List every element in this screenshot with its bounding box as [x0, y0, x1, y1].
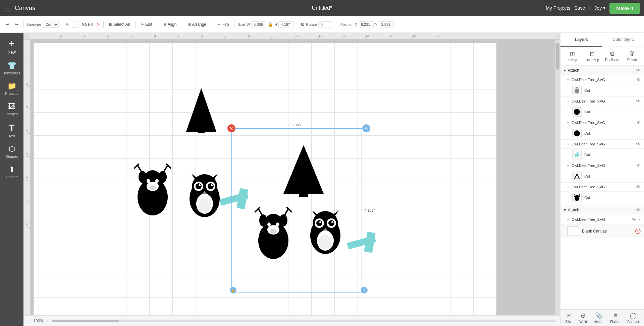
ruler-horizontal: 0 1 2 3 4 5 6 7 8 [30, 33, 555, 40]
blank-canvas-item[interactable]: Blank Canvas 🚫 [560, 224, 644, 238]
layer-item-7[interactable]: ▾ Owl.Deer.Tree_SVG 👁 ▾ [560, 215, 644, 224]
layer-visibility-6[interactable]: 👁 [636, 184, 641, 190]
undo-button[interactable]: ↩ [4, 21, 11, 28]
layer-item-1[interactable]: ▾ Owl.Deer.Tree_SVG 👁 [560, 75, 644, 84]
layer-subitem-6[interactable]: Cut [560, 192, 644, 204]
attach-group-2[interactable]: ▾ Attach 👁 [560, 205, 644, 215]
svg-text:2: 2 [107, 34, 109, 38]
layer-subitem-3[interactable]: Cut [560, 127, 644, 140]
attach-group-visibility-1[interactable]: 👁 [636, 68, 641, 73]
contour-icon: ◯ [630, 312, 637, 319]
layer-subitem-1[interactable]: Cut [560, 84, 644, 97]
rotate-input[interactable] [318, 21, 333, 27]
weld-button[interactable]: ⊕ Weld [578, 311, 588, 325]
select-all-button[interactable]: ⊞ Select All [107, 21, 132, 28]
layer-visibility-3[interactable]: 👁 [636, 120, 641, 125]
layer-item-6[interactable]: ▾ Owl.Deer.Tree_SVG 👁 [560, 183, 644, 192]
layer-visibility-5[interactable]: 👁 [636, 163, 641, 168]
sidebar-text-label: Text [8, 134, 15, 138]
layer-subitem-2[interactable]: Cut [560, 106, 644, 118]
position-x-input[interactable] [359, 21, 374, 27]
scale-selection-handle[interactable]: ↗ [361, 287, 368, 294]
owl-svg-2[interactable] [305, 210, 345, 254]
lock-aspect-handle[interactable]: 🔒 [230, 287, 236, 294]
fill-value[interactable]: No Fill [80, 21, 95, 28]
layer-visibility-4[interactable]: 👁 [636, 141, 641, 147]
slice-button[interactable]: ✂ Slice [564, 311, 574, 325]
sidebar-item-new[interactable]: + New [0, 36, 23, 57]
ungroup-button[interactable]: ⊟ UnGroup [583, 49, 601, 63]
edit-button[interactable]: ✂ Edit [139, 21, 154, 28]
scrollbar-thumb-v[interactable] [556, 43, 559, 70]
deer-svg-1[interactable] [131, 164, 174, 217]
horizontal-scrollbar[interactable] [52, 320, 556, 322]
svg-text:4: 4 [26, 129, 28, 132]
tree-svg-2[interactable] [282, 143, 325, 197]
sidebar-item-templates[interactable]: 👕 Templates [0, 59, 23, 78]
duplicate-button[interactable]: ⧉ Duplicate [603, 49, 622, 63]
hamburger-menu-icon[interactable] [4, 6, 11, 10]
size-width-input[interactable] [251, 21, 266, 27]
attach-group-1[interactable]: ▾ Attach 👁 [560, 66, 644, 75]
position-group: Position X Y [340, 21, 397, 27]
scarf-svg-2[interactable] [345, 231, 386, 254]
my-projects-button[interactable]: My Projects [546, 5, 570, 11]
flip-button[interactable]: ↔ Flip [215, 21, 231, 28]
sidebar-item-upload[interactable]: ⬆ Upload [0, 162, 23, 182]
redo-button[interactable]: ↪ [13, 21, 20, 28]
blank-canvas-visibility-icon[interactable]: 🚫 [635, 229, 641, 234]
layer-type-5: Cut [584, 174, 641, 178]
layer-subitem-5[interactable]: Cut [560, 170, 644, 183]
linetype-select[interactable]: Cut [43, 21, 59, 28]
sidebar-item-images[interactable]: 🖼 Images [0, 100, 23, 119]
sidebar-item-shapes[interactable]: ⬡ Shapes [0, 142, 23, 161]
group-button[interactable]: ⊞ Group [563, 49, 582, 63]
sidebar-item-projects[interactable]: 📁 Projects [0, 79, 23, 98]
layer-item-4[interactable]: ▾ Owl.Deer.Tree_SVG 👁 [560, 140, 644, 149]
fill-color-swatch[interactable] [72, 21, 78, 28]
rotate-selection-handle[interactable]: ↻ [362, 124, 370, 132]
arrange-group: ⊟ Arrange [185, 21, 212, 28]
tab-layers[interactable]: Layers [560, 33, 602, 47]
arrange-button[interactable]: ⊟ Arrange [185, 21, 208, 28]
layer-name-5: Owl.Deer.Tree_SVG [572, 164, 633, 168]
tree-svg-1[interactable] [184, 86, 218, 133]
layer-item-3[interactable]: ▾ Owl.Deer.Tree_SVG 👁 [560, 118, 644, 127]
flatten-button[interactable]: ≡ Flatten [609, 311, 622, 325]
layers-panel-content: ▾ Attach 👁 ▾ Owl.Deer.Tree_SVG 👁 Cut ▾ O… [560, 66, 644, 309]
fill-remove-icon[interactable]: ✕ [97, 22, 100, 27]
align-button[interactable]: ⊞ Align [161, 21, 179, 28]
deer-svg-2[interactable] [252, 207, 295, 261]
canvas-scroll[interactable]: 5.385" 4.167" ✕ ↻ 🔒 ↗ [30, 40, 555, 315]
layer-visibility-7[interactable]: 👁 [632, 217, 636, 222]
attach-group-visibility-2[interactable]: 👁 [636, 207, 641, 213]
zoom-in-button[interactable]: + [46, 318, 49, 324]
fill-label: Fill [66, 22, 70, 26]
svg-marker-52 [188, 93, 215, 127]
zoom-out-button[interactable]: − [28, 318, 31, 324]
sidebar-item-text[interactable]: T Text [0, 120, 23, 141]
size-h-label: H [274, 22, 277, 26]
ungroup-label: UnGroup [586, 58, 599, 62]
delete-selection-handle[interactable]: ✕ [227, 124, 235, 132]
delete-button[interactable]: 🗑 Delete [623, 49, 641, 63]
flip-label: Flip [222, 22, 229, 27]
layer-item-5[interactable]: ▾ Owl.Deer.Tree_SVG 👁 [560, 161, 644, 170]
contour-button[interactable]: ◯ Contour [626, 311, 641, 325]
save-button[interactable]: Save [574, 5, 585, 11]
size-height-input[interactable] [278, 21, 293, 27]
scrollbar-thumb-h[interactable] [52, 320, 119, 322]
layer-visibility-2[interactable]: 👁 [636, 99, 641, 104]
tab-color-sync[interactable]: Color Sync [602, 33, 644, 47]
layer-item-2[interactable]: ▾ Owl.Deer.Tree_SVG 👁 [560, 97, 644, 106]
layer-subitem-4[interactable]: Cut [560, 149, 644, 161]
size-lock-icon[interactable]: 🔒 [268, 22, 273, 27]
position-y-input[interactable] [379, 21, 394, 27]
vertical-scrollbar[interactable] [555, 40, 560, 315]
attach-button[interactable]: 📎 Attach [592, 311, 604, 325]
make-it-button[interactable]: Make It [609, 3, 640, 14]
user-menu-button[interactable]: Joy ▾ [594, 5, 605, 11]
sidebar-templates-label: Templates [3, 71, 20, 75]
svg-point-60 [149, 185, 156, 190]
layer-visibility-1[interactable]: 👁 [636, 77, 641, 82]
